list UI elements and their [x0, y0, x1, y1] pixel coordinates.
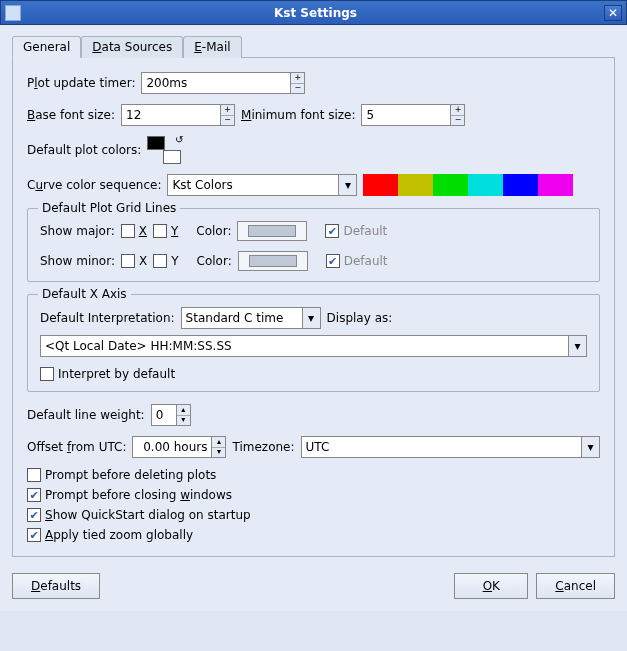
- default-interp-label: Default Interpretation:: [40, 311, 175, 325]
- swap-colors-icon[interactable]: ↺: [175, 134, 183, 145]
- curve-color-seq-label: Curve color sequence:: [27, 178, 161, 192]
- chevron-down-icon[interactable]: ▾: [303, 307, 321, 329]
- base-font-spinner[interactable]: +−: [221, 104, 235, 126]
- default-plot-colors-swatch[interactable]: ↺: [147, 136, 181, 164]
- offset-label: Offset from UTC:: [27, 440, 126, 454]
- default-interp-combo[interactable]: Standard C time ▾: [181, 307, 321, 329]
- major-y-checkbox[interactable]: Y: [153, 224, 178, 238]
- curve-color-seq-combo[interactable]: Kst Colors ▾: [167, 174, 357, 196]
- prompt-delete-plots-checkbox[interactable]: Prompt before deleting plots: [27, 468, 216, 482]
- show-major-label: Show major:: [40, 224, 115, 238]
- tab-email[interactable]: E-Mail: [183, 36, 241, 58]
- timezone-label: Timezone:: [232, 440, 294, 454]
- line-weight-label: Default line weight:: [27, 408, 145, 422]
- minor-x-checkbox[interactable]: X: [121, 254, 147, 268]
- interpret-by-default-checkbox[interactable]: Interpret by default: [40, 367, 175, 381]
- offset-field[interactable]: [132, 436, 212, 458]
- display-as-combo[interactable]: <Qt Local Date> HH:MM:SS.SS ▾: [40, 335, 587, 357]
- major-default-checkbox[interactable]: ✔Default: [325, 224, 387, 238]
- show-quickstart-checkbox[interactable]: ✔Show QuickStart dialog on startup: [27, 508, 251, 522]
- base-font-field[interactable]: [121, 104, 221, 126]
- close-button[interactable]: ✕: [604, 5, 622, 21]
- minor-default-checkbox[interactable]: ✔Default: [326, 254, 388, 268]
- apply-tied-zoom-checkbox[interactable]: ✔Apply tied zoom globally: [27, 528, 193, 542]
- chevron-down-icon[interactable]: ▾: [339, 174, 357, 196]
- window-title: Kst Settings: [27, 6, 604, 20]
- color-strip: [363, 174, 573, 196]
- offset-spinner[interactable]: ▴▾: [212, 436, 226, 458]
- ok-button[interactable]: OK: [454, 573, 528, 599]
- plot-update-label: Plot update timer:: [27, 76, 135, 90]
- major-x-checkbox[interactable]: X: [121, 224, 147, 238]
- min-font-spinner[interactable]: +−: [451, 104, 465, 126]
- min-font-label: Minimum font size:: [241, 108, 355, 122]
- minor-color-label: Color:: [197, 254, 232, 268]
- line-weight-spinner[interactable]: ▴▾: [177, 404, 191, 426]
- minor-y-checkbox[interactable]: Y: [153, 254, 178, 268]
- xaxis-groupbox: Default X Axis Default Interpretation: S…: [27, 294, 600, 392]
- chevron-down-icon[interactable]: ▾: [569, 335, 587, 357]
- app-icon: [5, 5, 21, 21]
- timezone-combo[interactable]: UTC ▾: [301, 436, 600, 458]
- grid-groupbox: Default Plot Grid Lines Show major: X Y …: [27, 208, 600, 282]
- grid-legend: Default Plot Grid Lines: [38, 201, 180, 215]
- prompt-close-windows-checkbox[interactable]: ✔Prompt before closing windows: [27, 488, 232, 502]
- major-color-button[interactable]: [237, 221, 307, 241]
- chevron-down-icon[interactable]: ▾: [582, 436, 600, 458]
- plot-update-field[interactable]: [141, 72, 291, 94]
- tab-data-sources[interactable]: Data Sources: [81, 36, 183, 58]
- show-minor-label: Show minor:: [40, 254, 115, 268]
- defaults-button[interactable]: Defaults: [12, 573, 100, 599]
- major-color-label: Color:: [196, 224, 231, 238]
- line-weight-field[interactable]: [151, 404, 177, 426]
- plot-update-spinner[interactable]: +−: [291, 72, 305, 94]
- base-font-label: Base font size:: [27, 108, 115, 122]
- default-plot-colors-label: Default plot colors:: [27, 143, 141, 157]
- minor-color-button[interactable]: [238, 251, 308, 271]
- cancel-button[interactable]: Cancel: [536, 573, 615, 599]
- min-font-field[interactable]: [361, 104, 451, 126]
- tabbar: General Data Sources E-Mail: [12, 35, 615, 58]
- display-as-label: Display as:: [327, 311, 393, 325]
- xaxis-legend: Default X Axis: [38, 287, 131, 301]
- tab-general[interactable]: General: [12, 36, 81, 58]
